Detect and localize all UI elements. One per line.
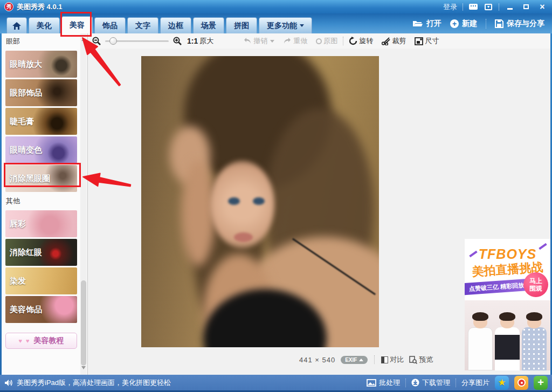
undo-icon — [243, 37, 252, 45]
sidebar-item-hair-dye[interactable]: 染发 — [5, 267, 77, 294]
resize-button[interactable]: 尺寸 — [415, 36, 439, 46]
toolbar-divider — [343, 37, 343, 45]
sidebar-item-remove-red-eye[interactable]: 消除红眼 — [5, 239, 77, 266]
beauty-tutorial-button[interactable]: ♥ ♥ 美容教程 — [5, 333, 77, 349]
canvas-toolbar: 1:1 原大 撤销 重做 原图 旋转 裁剪 — [88, 33, 550, 49]
tab-beautify[interactable]: 美化 — [29, 17, 60, 33]
tab-collage[interactable]: 拼图 — [226, 17, 257, 33]
tab-text[interactable]: 文字 — [127, 17, 158, 33]
scissors-icon — [382, 37, 390, 45]
download-manager-button[interactable]: 下载管理 — [411, 378, 450, 388]
window-title: 美图秀秀 4.0.1 — [17, 2, 63, 12]
zoom-in-icon — [173, 37, 182, 45]
resize-icon — [415, 37, 423, 45]
info-divider — [374, 355, 375, 364]
undo-button[interactable]: 撤销 — [243, 36, 274, 46]
titlebar-divider — [499, 3, 499, 11]
close-button[interactable]: × — [537, 3, 548, 11]
tab-accessories[interactable]: 饰品 — [94, 17, 126, 33]
annotation-box-beauty-tab — [60, 12, 92, 37]
save-share-button[interactable]: 保存与分享 — [495, 19, 544, 29]
section-label-other: 其他 — [6, 196, 87, 206]
sidebar-item-eye-accessories[interactable]: 眼部饰品 — [5, 79, 77, 106]
sidebar-item-beauty-accessories[interactable]: 美容饰品 — [5, 296, 77, 323]
open-button[interactable]: 打开 — [412, 19, 441, 29]
actual-size-button[interactable]: 1:1 原大 — [187, 36, 213, 46]
scrollbar-thumb[interactable] — [81, 280, 86, 366]
chevron-up-icon — [359, 356, 363, 361]
sidebar-item-eye-color[interactable]: 眼睛变色 — [5, 136, 77, 163]
rotate-icon — [349, 37, 357, 45]
save-icon — [495, 19, 503, 28]
status-bar: 美图秀秀iPad版，高清处理画面，美化拼图更轻松 批处理 下载管理 分享图片 ★… — [0, 375, 552, 392]
skin-icon[interactable]: ▼ — [484, 3, 493, 11]
sidebar-item-eye-enlarge[interactable]: 眼睛放大 — [5, 51, 77, 78]
chevron-down-icon — [300, 24, 304, 29]
redo-icon — [283, 37, 292, 45]
titlebar-divider — [463, 3, 463, 11]
hearts-hand-icon: ♥ ♥ — [18, 338, 30, 344]
batch-process-button[interactable]: 批处理 — [367, 378, 400, 388]
weibo-icon[interactable] — [514, 376, 528, 390]
preview-button[interactable]: 预览 — [409, 355, 433, 365]
tab-frame[interactable]: 边框 — [160, 17, 191, 33]
sidebar-scrollbar[interactable] — [80, 33, 87, 375]
undo-dropdown-icon[interactable] — [270, 40, 274, 45]
download-icon — [411, 379, 419, 387]
ad-watch-now-badge[interactable]: 马上围观 — [523, 272, 548, 297]
photo-left-eye — [228, 197, 240, 205]
zoom-slider[interactable] — [105, 40, 169, 42]
add-share-icon[interactable]: + — [534, 376, 548, 390]
tab-home[interactable] — [6, 17, 27, 33]
rotate-button[interactable]: 旋转 — [349, 36, 373, 46]
image-dimensions: 441 × 540 — [299, 356, 335, 364]
actions-divider — [486, 19, 486, 29]
tab-scene[interactable]: 场景 — [193, 17, 224, 33]
zoom-slider-knob[interactable] — [109, 37, 117, 45]
sidebar-item-lip-gloss[interactable]: 唇彩 — [5, 210, 77, 237]
tab-more-features[interactable]: 更多功能 — [259, 17, 312, 33]
zoom-in-button[interactable] — [173, 37, 182, 45]
statusbar-divider — [405, 379, 406, 387]
ad-boys-photo — [465, 300, 550, 370]
sidebar-item-mascara[interactable]: 睫毛膏 — [5, 108, 77, 135]
redo-button[interactable]: 重做 — [283, 36, 307, 46]
photo-portrait-woman[interactable] — [141, 56, 379, 347]
compare-button[interactable]: 对比 — [381, 355, 404, 365]
ad-boy-figure — [522, 315, 547, 370]
home-icon — [12, 22, 21, 30]
scroll-down-icon[interactable] — [81, 366, 86, 372]
share-image-button[interactable]: 分享图片 — [461, 378, 489, 388]
qzone-icon[interactable]: ★ — [495, 376, 509, 390]
meitu-xiuxiu-window: { "window": { "title": "美图秀秀 4.0.1", "lo… — [0, 0, 552, 392]
edit-canvas: 441 × 540 EXIF 对比 预览 TFBOYS 美拍直播挑战 点赞破三亿… — [88, 49, 550, 375]
preview-icon — [409, 356, 417, 364]
plus-circle-icon: + — [450, 19, 459, 28]
original-image-button[interactable]: 原图 — [316, 36, 337, 46]
feedback-icon[interactable] — [468, 3, 478, 11]
photo-lips — [234, 232, 253, 242]
tfboys-ad-banner[interactable]: TFBOYS 美拍直播挑战 点赞破三亿 精彩回放 马上围观 — [465, 239, 550, 370]
status-message[interactable]: 美图秀秀iPad版，高清处理画面，美化拼图更轻松 — [17, 378, 171, 388]
new-button[interactable]: + 新建 — [450, 19, 477, 29]
crop-button[interactable]: 裁剪 — [382, 36, 406, 46]
folder-open-icon — [412, 19, 423, 27]
maximize-button[interactable] — [521, 3, 532, 11]
zoom-out-button[interactable] — [92, 37, 101, 45]
batch-icon — [367, 379, 376, 387]
statusbar-divider — [456, 379, 456, 387]
original-radio-icon — [316, 38, 322, 44]
speaker-icon — [4, 379, 13, 387]
app-logo-icon: 秀 — [4, 2, 13, 11]
ad-tagline: 点赞破三亿 精彩回放 — [465, 278, 532, 295]
compare-icon — [381, 356, 388, 363]
minimize-button[interactable] — [505, 3, 515, 11]
zoom-out-icon — [92, 37, 101, 45]
section-label-eye: 眼部 — [6, 37, 87, 46]
beauty-sidebar: 眼部 眼睛放大 眼部饰品 睫毛膏 眼睛变色 消除黑眼圈 其他 唇彩 消除红眼 染… — [2, 33, 88, 375]
login-link[interactable]: 登录 — [443, 2, 457, 12]
annotation-box-remove-dark-circles — [4, 163, 81, 187]
exif-badge[interactable]: EXIF — [341, 356, 368, 364]
ad-boy-figure — [468, 315, 493, 370]
ad-boy-figure — [495, 315, 520, 370]
